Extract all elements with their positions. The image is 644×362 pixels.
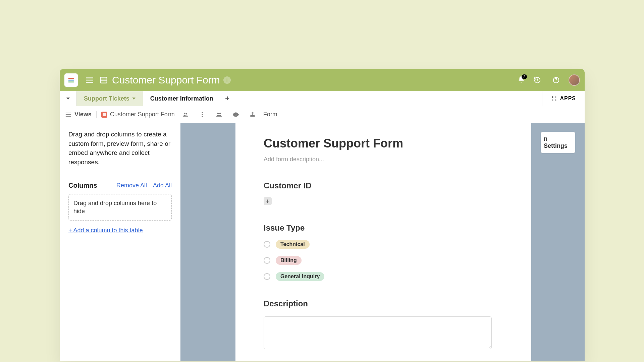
remove-all-link[interactable]: Remove All — [116, 182, 147, 189]
svg-point-11 — [202, 116, 203, 117]
columns-sidebar: Drag and drop columns to create a custom… — [60, 123, 180, 361]
tab-label: Support Tickets — [84, 95, 129, 102]
apps-button[interactable]: APPS — [542, 91, 585, 106]
chevron-down-icon — [132, 98, 136, 100]
breadcrumb[interactable]: Customer Support Form — [101, 111, 175, 118]
field-label-customer-id: Customer ID — [264, 181, 503, 190]
svg-point-8 — [186, 113, 187, 114]
preview-icon[interactable] — [230, 111, 242, 118]
breadcrumb-label: Customer Support Form — [110, 111, 175, 118]
add-tab-button[interactable]: + — [221, 91, 234, 106]
add-column-link[interactable]: + Add a column to this table — [68, 227, 143, 234]
divider — [68, 174, 172, 174]
radio-icon — [264, 273, 270, 280]
app-logo[interactable] — [64, 73, 78, 87]
tabs-bar: Support Tickets Customer Information + A… — [60, 91, 585, 106]
tab-support-tickets[interactable]: Support Tickets — [76, 91, 143, 106]
svg-rect-6 — [103, 113, 106, 116]
apps-icon — [551, 96, 557, 102]
radio-icon — [264, 257, 270, 264]
form-description-input[interactable]: Add form description... — [264, 156, 503, 163]
app-header: Customer Support Form i 2 — [60, 69, 585, 91]
form-settings-button[interactable]: n Settings — [541, 132, 575, 153]
columns-drop-zone[interactable]: Drag and drop columns here to hide — [68, 194, 172, 221]
svg-point-12 — [217, 113, 219, 114]
issue-option-billing[interactable]: Billing — [264, 256, 503, 265]
add-customer-id-button[interactable]: + — [264, 197, 272, 205]
drop-zone-hint: Drag and drop columns here to hide — [73, 200, 157, 215]
description-textarea[interactable] — [264, 316, 492, 349]
svg-point-7 — [184, 113, 185, 114]
tab-customer-information[interactable]: Customer Information — [143, 91, 221, 106]
more-options-icon[interactable] — [196, 111, 208, 118]
menu-icon[interactable] — [83, 76, 97, 84]
svg-point-10 — [202, 114, 203, 115]
add-all-link[interactable]: Add All — [153, 182, 172, 189]
radio-icon — [264, 241, 270, 248]
info-icon[interactable]: i — [223, 76, 231, 84]
svg-point-5 — [555, 99, 557, 101]
user-avatar[interactable] — [569, 74, 580, 86]
form-label: Form — [263, 111, 277, 118]
svg-rect-0 — [100, 77, 107, 83]
svg-point-13 — [219, 113, 221, 114]
field-label-description: Description — [264, 299, 503, 308]
help-icon[interactable] — [550, 76, 562, 84]
apps-label: APPS — [560, 96, 576, 102]
share-people-icon[interactable] — [213, 111, 225, 118]
notification-badge: 2 — [522, 74, 527, 79]
columns-heading: Columns — [68, 182, 97, 189]
views-label: Views — [74, 111, 92, 118]
views-button[interactable]: Views — [65, 111, 92, 118]
form-canvas: Customer Support Form Add form descripti… — [180, 123, 585, 361]
sidebar-help-text: Drag and drop columns to create a custom… — [68, 130, 172, 167]
option-tag: General Inquiry — [276, 272, 324, 281]
form-title[interactable]: Customer Support Form — [264, 136, 503, 150]
form-view-icon — [101, 112, 107, 118]
export-icon[interactable] — [247, 111, 259, 118]
tab-label: Customer Information — [150, 95, 213, 102]
field-label-issue-type: Issue Type — [264, 223, 503, 233]
page-title: Customer Support Form i — [112, 74, 231, 86]
app-window: Customer Support Form i 2 Support Ticket… — [60, 69, 585, 361]
form-panel: Customer Support Form Add form descripti… — [235, 123, 531, 361]
svg-point-2 — [552, 96, 554, 98]
collaborators-icon[interactable] — [179, 111, 192, 118]
option-tag: Billing — [276, 256, 302, 265]
chevron-down-icon — [66, 98, 70, 100]
expand-sidebar-button[interactable] — [60, 91, 76, 106]
svg-point-4 — [552, 99, 554, 101]
view-toolbar: Views Customer Support Form Form — [60, 106, 585, 123]
svg-point-3 — [555, 96, 557, 98]
page-title-text: Customer Support Form — [112, 74, 220, 86]
svg-point-14 — [235, 114, 236, 115]
option-tag: Technical — [276, 240, 310, 249]
svg-point-9 — [202, 112, 203, 113]
content-area: Drag and drop columns to create a custom… — [60, 123, 585, 361]
notifications-button[interactable]: 2 — [518, 76, 525, 84]
issue-option-technical[interactable]: Technical — [264, 240, 503, 249]
table-icon[interactable] — [97, 76, 111, 84]
issue-option-general[interactable]: General Inquiry — [264, 272, 503, 281]
divider — [96, 111, 97, 118]
history-icon[interactable] — [531, 76, 544, 84]
